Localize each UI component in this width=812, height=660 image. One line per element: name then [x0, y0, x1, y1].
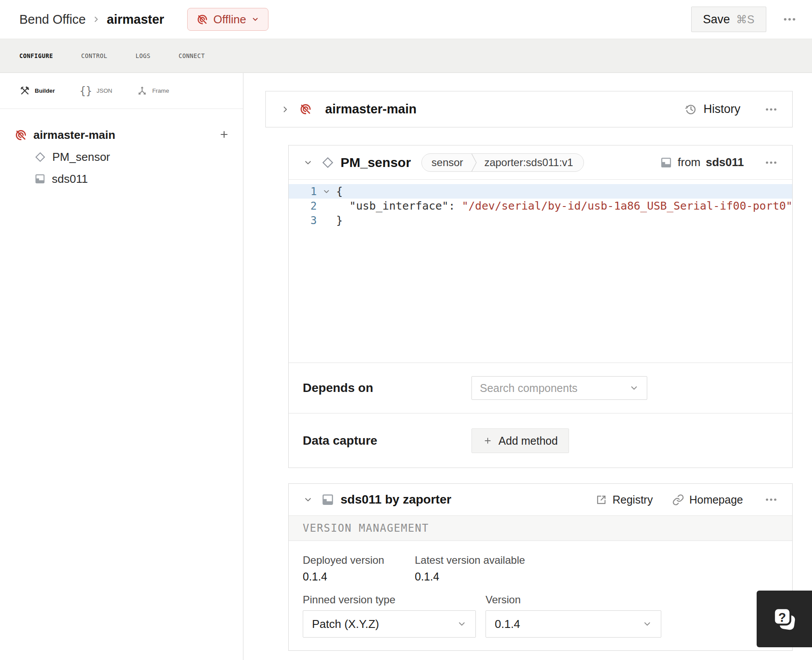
part-menu-button[interactable]: [762, 105, 780, 114]
tab-configure[interactable]: CONFIGURE: [19, 53, 53, 59]
diamond-icon: [34, 151, 46, 163]
wifi-offline-icon: [196, 14, 208, 25]
editor-line[interactable]: 3 }: [289, 213, 792, 228]
depends-on-label: Depends on: [303, 381, 471, 395]
add-method-button[interactable]: Add method: [471, 428, 569, 453]
history-button[interactable]: History: [685, 102, 740, 116]
svg-text:?: ?: [778, 610, 786, 624]
add-component-button[interactable]: [216, 126, 232, 143]
homepage-link[interactable]: Homepage: [672, 493, 743, 506]
main-content: airmaster-main History: [243, 73, 812, 660]
from-label: from: [678, 156, 700, 169]
deployed-version-value: 0.1.4: [303, 570, 415, 583]
part-title: airmaster-main: [325, 102, 417, 116]
chevron-down-icon: [457, 619, 467, 629]
topbar-menu-button[interactable]: [780, 15, 799, 24]
top-bar: Bend Office airmaster Offline Save: [0, 0, 812, 39]
component-title: PM_sensor: [341, 155, 411, 170]
component-tree: airmaster-main PM_sensor sds011: [0, 109, 243, 190]
tree-root-label: airmaster-main: [33, 128, 115, 142]
view-toggle: Builder {} JSON Frame: [0, 73, 243, 109]
tab-connect[interactable]: CONNECT: [179, 53, 205, 59]
line-number: 1: [289, 185, 317, 198]
collapse-component-button[interactable]: [301, 156, 315, 170]
pinned-version-type-value: Patch (X.Y.Z): [312, 617, 379, 631]
badge-divider: [471, 153, 477, 172]
version-select[interactable]: 0.1.4: [486, 610, 661, 638]
pinned-version-type-label: Pinned version type: [303, 594, 486, 606]
data-capture-label: Data capture: [303, 434, 471, 448]
breadcrumb: Bend Office airmaster: [19, 12, 164, 27]
tree-item-pm-sensor[interactable]: PM_sensor: [0, 146, 243, 168]
wifi-offline-icon: [299, 103, 312, 116]
editor-line[interactable]: 1 {: [289, 184, 792, 199]
ellipsis-icon: [765, 108, 777, 111]
main-tab-bar: CONFIGURE CONTROL LOGS CONNECT: [0, 39, 812, 73]
registry-link[interactable]: Registry: [595, 493, 653, 506]
machine-part-card: airmaster-main History: [265, 91, 793, 127]
code-text: }: [336, 214, 343, 227]
pinned-version-type-select[interactable]: Patch (X.Y.Z): [303, 610, 476, 638]
editor-line[interactable]: 2 "usb_interface": "/dev/serial/by-id/us…: [289, 199, 792, 213]
version-management-body: Deployed version 0.1.4 Latest version av…: [289, 541, 792, 638]
view-builder-label: Builder: [35, 87, 55, 94]
tab-logs[interactable]: LOGS: [135, 53, 150, 59]
topbar-actions: Save ⌘S: [691, 7, 799, 32]
chevron-down-icon: [629, 383, 639, 393]
view-json[interactable]: {} JSON: [80, 85, 112, 97]
plus-icon: [218, 129, 230, 140]
machine-status-badge[interactable]: Offline: [187, 8, 269, 31]
type-badge: sensor: [422, 156, 471, 169]
component-card-header: PM_sensor sensor zaporter:sds011:v1 from…: [289, 145, 792, 180]
latest-version-value: 0.1.4: [415, 570, 525, 583]
expand-part-button[interactable]: [278, 102, 292, 116]
chevron-right-icon: [281, 105, 290, 114]
chevron-down-icon: [304, 158, 312, 167]
ellipsis-icon: [765, 498, 777, 501]
deployed-version-label: Deployed version: [303, 554, 415, 566]
chevron-down-icon: [251, 15, 259, 23]
depends-on-select[interactable]: Search components: [471, 376, 647, 400]
fold-chevron-icon[interactable]: [317, 189, 336, 195]
view-json-label: JSON: [97, 87, 112, 94]
module-title: sds011 by zaporter: [341, 493, 451, 507]
help-button[interactable]: ?: [757, 591, 812, 647]
version-label: Version: [486, 594, 661, 606]
link-icon: [672, 494, 684, 506]
component-menu-button[interactable]: [762, 158, 780, 167]
breadcrumb-org[interactable]: Bend Office: [19, 12, 86, 27]
config-sidebar: Builder {} JSON Frame: [0, 73, 243, 660]
tab-control[interactable]: CONTROL: [81, 53, 108, 59]
tree-child-label: PM_sensor: [52, 150, 110, 164]
help-icon: ?: [770, 605, 799, 634]
line-number: 2: [289, 200, 317, 212]
chevron-down-icon: [304, 495, 312, 504]
diamond-icon: [321, 156, 334, 169]
module-icon: [34, 173, 46, 185]
chevron-down-icon: [642, 619, 652, 629]
save-button[interactable]: Save ⌘S: [691, 7, 766, 32]
save-label: Save: [703, 13, 730, 26]
ellipsis-icon: [783, 18, 796, 21]
save-shortcut: ⌘S: [736, 13, 754, 26]
json-attributes-editor[interactable]: 1 { 2 "usb_interface": "/dev/serial/by-i…: [289, 180, 792, 363]
view-frame[interactable]: Frame: [137, 85, 169, 96]
depends-on-row: Depends on Search components: [289, 363, 792, 413]
view-frame-label: Frame: [152, 87, 169, 94]
data-capture-row: Data capture Add method: [289, 413, 792, 468]
view-builder[interactable]: Builder: [19, 85, 55, 96]
app-root: Bend Office airmaster Offline Save: [0, 0, 812, 660]
history-icon: [685, 103, 697, 116]
tree-item-sds011[interactable]: sds011: [0, 168, 243, 190]
module-menu-button[interactable]: [762, 495, 780, 504]
version-management-section-title: VERSION MANAGEMENT: [289, 515, 792, 541]
collapse-module-button[interactable]: [301, 493, 315, 507]
tree-child-label: sds011: [52, 172, 88, 186]
component-type-model-badge: sensor zaporter:sds011:v1: [421, 153, 584, 172]
frame-axes-icon: [137, 85, 148, 96]
latest-version-label: Latest version available: [415, 554, 525, 566]
tools-icon: [19, 85, 30, 96]
tree-item-airmaster-main[interactable]: airmaster-main: [0, 124, 243, 146]
history-label: History: [703, 102, 740, 116]
module-icon: [660, 156, 672, 169]
